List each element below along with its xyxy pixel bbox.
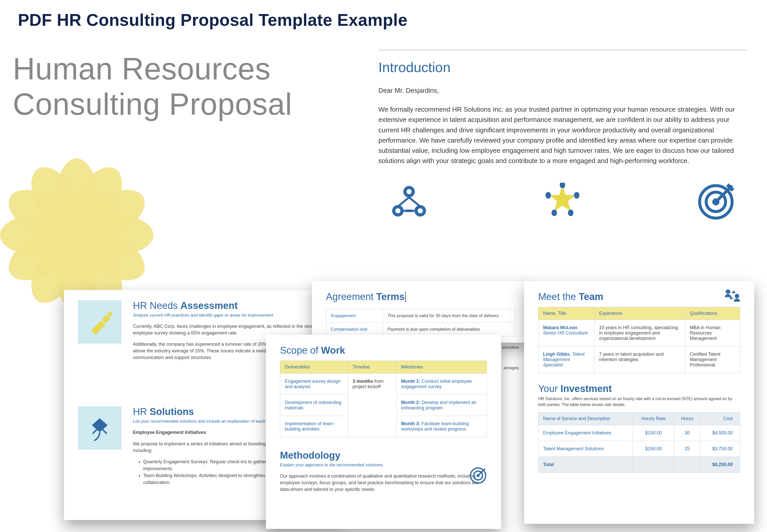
timeline-cell: 3 months from project kickoff bbox=[348, 374, 397, 437]
needs-p1: Currently, ABC Corp. faces challenges in… bbox=[133, 323, 328, 336]
total-cost: $8,250.00 bbox=[701, 457, 740, 473]
svg-point-7 bbox=[560, 183, 565, 188]
needs-heading-a: HR Needs bbox=[133, 300, 180, 311]
team-qual: Certified Talent Management Professional bbox=[685, 346, 740, 373]
team-name: Makara McLean bbox=[543, 325, 577, 330]
table-row: Compensation and Payment is due upon com… bbox=[326, 323, 515, 336]
total-empty bbox=[674, 457, 700, 473]
total-label: Total bbox=[539, 457, 633, 473]
doc-title-line1: Human Resources bbox=[13, 52, 271, 86]
table-row: Leigh Gibbs, Talent Management Specialis… bbox=[539, 346, 740, 373]
col-rate: Hourly Rate bbox=[633, 412, 674, 425]
team-investment-card: Meet the Team Name, Title Experience Qua… bbox=[524, 281, 754, 524]
doc-title-line2: Consulting Proposal bbox=[13, 87, 292, 121]
service-rate: $150.00 bbox=[633, 425, 674, 441]
scope-heading-b: Work bbox=[321, 345, 345, 356]
investment-heading: Your Investment bbox=[538, 383, 740, 394]
methodology-heading-b: Methodology bbox=[280, 450, 340, 461]
svg-point-1 bbox=[407, 189, 412, 194]
milestone-cell: Month 1: Conduct initial employee engage… bbox=[396, 374, 487, 395]
service-cost: $4,500.00 bbox=[701, 425, 740, 441]
milestone-cell: Month 3: Facilitate team-building worksh… bbox=[396, 416, 487, 437]
target-icon bbox=[469, 467, 487, 485]
service-hours: 30 bbox=[674, 425, 700, 441]
deliverable-cell: Engagement survey design and analysis bbox=[280, 374, 348, 395]
document-title: Human Resources Consulting Proposal bbox=[13, 51, 345, 122]
service-cost: $3,750.00 bbox=[701, 441, 740, 457]
svg-point-19 bbox=[735, 294, 739, 298]
hands-star-icon bbox=[541, 183, 584, 222]
intro-page: Introduction Dear Mr. Desjardins, We for… bbox=[378, 50, 747, 222]
investment-table: Name of Service and Description Hourly R… bbox=[538, 412, 740, 473]
col-milestones: Milestones bbox=[396, 361, 487, 374]
table-row: Makara McLean,Senior HR Consultant 10 ye… bbox=[539, 320, 740, 346]
table-row: Employee Engagement Initiatives $150.00 … bbox=[539, 425, 740, 441]
table-row: Talent Management Solutions $150.00 25 $… bbox=[539, 441, 740, 457]
svg-point-11 bbox=[552, 210, 557, 216]
team-heading-b: Team bbox=[579, 291, 603, 302]
deliverable-cell: Implementation of team-building activiti… bbox=[280, 416, 348, 437]
service-hours: 25 bbox=[674, 441, 700, 457]
month-label: Month 3: bbox=[401, 421, 420, 426]
solutions-icon bbox=[78, 406, 121, 450]
agreement-heading-a: Agreement bbox=[326, 291, 376, 302]
timeline-bold: 3 months bbox=[352, 379, 373, 384]
agreement-key: Engagement bbox=[326, 309, 383, 323]
table-row: Engagement survey design and analysis 3 … bbox=[280, 374, 487, 395]
solutions-heading-a: HR bbox=[133, 406, 150, 417]
agreement-val: Payment is due upon completion of delive… bbox=[383, 323, 515, 336]
col-timeline: Timeline bbox=[348, 361, 397, 374]
svg-point-5 bbox=[418, 208, 423, 213]
intro-body: We formally recommend HR Solutions Inc. … bbox=[378, 104, 747, 166]
agreement-heading: Agreement Terms bbox=[326, 291, 406, 302]
scope-heading: Scope of Work bbox=[280, 345, 487, 356]
col-qualifications: Qualifications bbox=[685, 307, 740, 320]
service-rate: $150.00 bbox=[633, 441, 674, 457]
month-label: Month 2: bbox=[401, 400, 420, 405]
table-header-row: Name of Service and Description Hourly R… bbox=[539, 412, 740, 425]
team-name: Leigh Gibbs bbox=[543, 352, 570, 357]
investment-intro: HR Solutions, Inc. offers services based… bbox=[538, 396, 740, 408]
total-empty bbox=[633, 457, 674, 473]
svg-point-8 bbox=[574, 192, 579, 199]
target-icon bbox=[695, 183, 736, 222]
col-deliverables: Deliverables bbox=[280, 361, 348, 374]
people-network-icon bbox=[389, 183, 430, 222]
milestone-cell: Month 2: Develop and implement an onboar… bbox=[396, 395, 487, 416]
cover-page: Human Resources Consulting Proposal bbox=[13, 51, 345, 307]
needs-heading-b: Assessment bbox=[180, 300, 238, 311]
needs-heading: HR Needs Assessment bbox=[133, 300, 328, 311]
svg-point-18 bbox=[726, 289, 730, 294]
team-exp: 10 years in HR consulting, specializing … bbox=[595, 320, 685, 346]
team-name-cell: Leigh Gibbs, Talent Management Specialis… bbox=[539, 346, 595, 373]
team-name-cell: Makara McLean,Senior HR Consultant bbox=[539, 320, 595, 346]
svg-point-9 bbox=[546, 192, 551, 199]
team-table: Name, Title Experience Qualifications Ma… bbox=[538, 307, 740, 373]
service-name: Talent Management Solutions bbox=[539, 441, 633, 457]
team-heading-a: Meet the bbox=[538, 291, 579, 302]
table-row: Engagement This proposal is valid for 30… bbox=[326, 309, 515, 323]
month-label: Month 1: bbox=[401, 379, 420, 384]
table-header-row: Deliverables Timeline Milestones bbox=[280, 361, 487, 374]
col-cost: Cost bbox=[701, 412, 740, 425]
svg-point-10 bbox=[568, 210, 573, 216]
agreement-key: Compensation and bbox=[326, 323, 383, 336]
team-title: Senior HR Consultant bbox=[543, 330, 588, 336]
total-row: Total $8,250.00 bbox=[539, 457, 740, 473]
solutions-heading-b: Solutions bbox=[150, 406, 194, 417]
methodology-body: Our approach involves a combination of q… bbox=[280, 473, 487, 493]
agreement-heading-b: Terms bbox=[376, 291, 405, 302]
table-header-row: Name, Title Experience Qualifications bbox=[539, 307, 740, 320]
service-name: Employee Engagement Initiatives bbox=[539, 425, 633, 441]
needs-sub: Analyze current HR practices and identif… bbox=[133, 313, 328, 318]
investment-heading-b: Investment bbox=[561, 383, 612, 394]
scope-heading-a: Scope of bbox=[280, 345, 321, 356]
text-fragment: amages bbox=[504, 365, 519, 371]
page-title: PDF HR Consulting Proposal Template Exam… bbox=[18, 10, 408, 30]
methodology-heading: Methodology bbox=[280, 450, 487, 461]
svg-point-3 bbox=[395, 208, 401, 213]
scope-table: Deliverables Timeline Milestones Engagem… bbox=[280, 361, 487, 437]
agreement-table: Engagement This proposal is valid for 30… bbox=[326, 309, 515, 336]
team-exp: 7 years in talent acquisition and retent… bbox=[595, 346, 685, 373]
intro-icon-row bbox=[378, 183, 747, 222]
